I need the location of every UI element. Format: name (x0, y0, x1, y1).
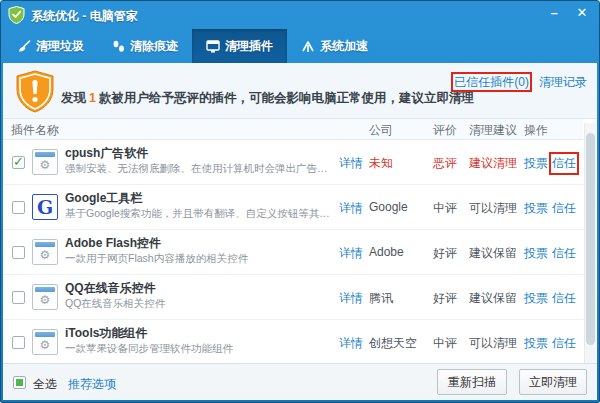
row-checkbox[interactable]: ✓ (12, 291, 25, 304)
tab-system-speedup[interactable]: 系统加速 (287, 29, 382, 63)
company-cell: Adobe (369, 245, 404, 259)
tab-label: 清除痕迹 (130, 38, 178, 55)
content-area: 发现1款被用户给予恶评的插件，可能会影响电脑正常使用，建议立即清理 已信任插件(… (3, 63, 597, 400)
detail-link[interactable]: 详情 (339, 290, 363, 307)
vote-link[interactable]: 投票 (524, 155, 548, 172)
row-checkbox[interactable]: ✓ (12, 336, 25, 349)
plugin-description: 强制安装、无法彻底删除、在使用计算机时会弹出广告网页 (65, 162, 337, 176)
suggestion-cell: 可以清理 (469, 335, 517, 352)
rating-cell: 恶评 (433, 155, 457, 172)
gear-icon: ⚙ (33, 338, 57, 352)
app-logo-shield-icon (8, 6, 25, 24)
gear-icon: ⚙ (33, 158, 57, 172)
speedup-icon (301, 40, 315, 53)
plugin-count: 1 (86, 91, 99, 105)
plugin-name: cpush广告软件 (65, 145, 148, 162)
header-plugin-name: 插件名称 (11, 122, 59, 139)
tab-label: 清理插件 (225, 38, 273, 55)
vote-link[interactable]: 投票 (524, 290, 548, 307)
rating-cell: 中评 (433, 335, 457, 352)
minimize-button[interactable]: – (541, 4, 567, 22)
plugin-description: 一款苹果设备同步管理软件功能组件 (65, 342, 233, 356)
vertical-scrollbar[interactable] (584, 123, 596, 365)
banner-message: 发现1款被用户给予恶评的插件，可能会影响电脑正常使用，建议立即清理 (61, 90, 474, 107)
header-company: 公司 (369, 122, 393, 139)
plugin-icon: ⚙ G (32, 194, 58, 220)
gear-icon: ⚙ (33, 248, 57, 262)
footprints-icon (112, 40, 125, 53)
detail-link[interactable]: 详情 (339, 155, 363, 172)
plugin-row: ✓ ⚙ G Adobe Flash控件 一款用于网页Flash内容播放的相关控件… (3, 230, 587, 275)
suggestion-cell: 建议保留 (469, 290, 517, 307)
clean-history-link[interactable]: 清理记录 (539, 75, 587, 89)
header-action: 操作 (524, 122, 548, 139)
trust-link[interactable]: 信任 (552, 245, 576, 262)
window-title: 系统优化 - 电脑管家 (31, 8, 138, 25)
title-bar: 系统优化 - 电脑管家 – ✕ (1, 1, 599, 29)
trust-link[interactable]: 信任 (552, 200, 576, 217)
tab-clean-junk[interactable]: 清理垃圾 (3, 29, 98, 63)
app-window: 系统优化 - 电脑管家 – ✕ 清理垃圾 清除痕迹 清理插件 系统加速 (0, 0, 600, 403)
plugin-list: ✓ ⚙ G cpush广告软件 强制安装、无法彻底删除、在使用计算机时会弹出广告… (3, 140, 587, 365)
google-icon: G (33, 196, 57, 218)
trusted-plugins-link[interactable]: 已信任插件(0) (454, 75, 529, 89)
scrollbar-thumb[interactable] (586, 133, 595, 345)
plugin-icon: ⚙ G (32, 284, 58, 310)
plugin-icon: ⚙ G (32, 149, 58, 175)
vote-link[interactable]: 投票 (524, 245, 548, 262)
plugin-name: Google工具栏 (65, 190, 142, 207)
detail-link[interactable]: 详情 (339, 335, 363, 352)
suggestion-cell: 建议清理 (469, 155, 517, 172)
plugin-row: ✓ ⚙ G cpush广告软件 强制安装、无法彻底删除、在使用计算机时会弹出广告… (3, 140, 587, 185)
plugin-name: QQ在线音乐控件 (65, 280, 156, 297)
footer-bar: 全选 推荐选项 重新扫描 立即清理 (3, 363, 597, 400)
company-cell: 创想天空 (369, 335, 417, 352)
vote-link[interactable]: 投票 (524, 335, 548, 352)
plugin-icon: ⚙ G (32, 239, 58, 265)
clean-now-button[interactable]: 立即清理 (519, 369, 587, 395)
rescan-button[interactable]: 重新扫描 (437, 369, 507, 395)
row-checkbox[interactable]: ✓ (12, 156, 25, 169)
select-all-checkbox[interactable] (13, 376, 26, 389)
tab-clean-plugins[interactable]: 清理插件 (192, 29, 287, 63)
warning-banner: 发现1款被用户给予恶评的插件，可能会影响电脑正常使用，建议立即清理 已信任插件(… (3, 63, 597, 119)
plugin-description: 基于Google搜索功能，并且带有翻译、自定义按钮等其他实用功能的... (65, 207, 337, 221)
suggestion-cell: 可以清理 (469, 200, 517, 217)
warning-shield-icon (15, 70, 55, 117)
broom-icon (17, 40, 31, 53)
company-cell: Google (369, 200, 408, 214)
recommend-options-link[interactable]: 推荐选项 (68, 376, 116, 393)
banner-links: 已信任插件(0)清理记录 (454, 74, 587, 91)
trust-link[interactable]: 信任 (552, 290, 576, 307)
rating-cell: 中评 (433, 200, 457, 217)
plugin-icon: ⚙ G (32, 329, 58, 355)
plugin-name: iTools功能组件 (65, 325, 147, 342)
rating-cell: 好评 (433, 290, 457, 307)
suggestion-cell: 建议保留 (469, 245, 517, 262)
plugin-name: Adobe Flash控件 (65, 235, 161, 252)
check-icon: ✓ (13, 154, 24, 169)
trust-link[interactable]: 信任 (552, 155, 576, 172)
trust-link[interactable]: 信任 (552, 335, 576, 352)
row-checkbox[interactable]: ✓ (12, 201, 25, 214)
plugin-description: QQ在线音乐相关控件 (65, 297, 165, 311)
select-all-label: 全选 (33, 376, 57, 393)
gear-icon: ⚙ (33, 293, 57, 307)
plugin-icon (206, 40, 220, 53)
company-cell: 未知 (369, 155, 393, 172)
plugin-row: ✓ ⚙ G iTools功能组件 一款苹果设备同步管理软件功能组件 详情 创想天… (3, 320, 587, 365)
close-button[interactable]: ✕ (569, 4, 595, 22)
tab-clear-traces[interactable]: 清除痕迹 (98, 29, 192, 63)
plugin-row: ✓ ⚙ G Google工具栏 基于Google搜索功能，并且带有翻译、自定义按… (3, 185, 587, 230)
vote-link[interactable]: 投票 (524, 200, 548, 217)
header-suggestion: 清理建议 (469, 122, 517, 139)
company-cell: 腾讯 (369, 290, 393, 307)
plugin-description: 一款用于网页Flash内容播放的相关控件 (65, 252, 248, 266)
rating-cell: 好评 (433, 245, 457, 262)
table-header: 插件名称 公司 评价 清理建议 操作 (3, 119, 583, 140)
row-checkbox[interactable]: ✓ (12, 246, 25, 259)
detail-link[interactable]: 详情 (339, 245, 363, 262)
header-rating: 评价 (433, 122, 457, 139)
tab-label: 系统加速 (320, 38, 368, 55)
detail-link[interactable]: 详情 (339, 200, 363, 217)
